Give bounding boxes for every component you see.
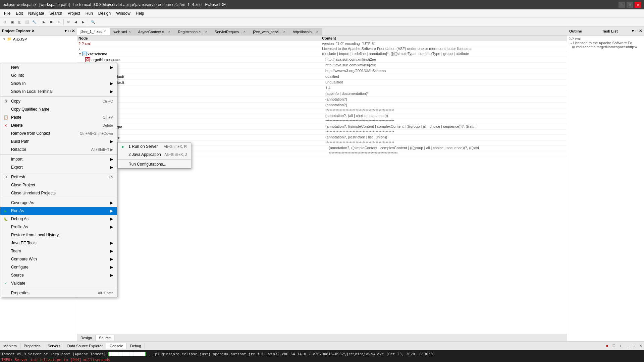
xsd-row-comment2[interactable]: ↓- *************************************… (77, 108, 567, 113)
cm-team[interactable]: Team ▶ (0, 247, 117, 255)
tab-j2ee-xsd[interactable]: j2ee_1_4.xsd ✕ (77, 28, 110, 35)
tab-asynccontext[interactable]: AsyncContext.c... ✕ (135, 28, 175, 35)
close-button[interactable]: ✕ (635, 2, 641, 8)
menu-navigate[interactable]: Navigate (25, 10, 47, 16)
cm-delete[interactable]: ✕ Delete Delete (0, 121, 117, 129)
cm-validate[interactable]: ✓ Validate (0, 279, 117, 287)
xsd-row-group[interactable]: ▶ E xsd:group (annotation?, (all | choic… (77, 113, 567, 119)
sm-java-app[interactable]: 2 Java Application Alt+Shift+X, J (118, 150, 191, 159)
xsd-row-annotation[interactable]: ▶ E xsd:annotation (appinfo | documentat… (77, 91, 567, 97)
bp-tab-servers[interactable]: Servers (44, 343, 64, 349)
xsd-row-comment3[interactable]: ↓- *************************************… (77, 119, 567, 124)
tb-btn-10[interactable]: ◀ (72, 19, 79, 25)
tab-asynccontext-close-icon[interactable]: ✕ (168, 30, 171, 34)
menu-window[interactable]: Window (113, 10, 133, 16)
xsd-expand-schema[interactable]: ▼ (78, 52, 82, 56)
bottom-tab-source[interactable]: Source (96, 335, 114, 341)
cm-coverage-as[interactable]: Coverage As ▶ (0, 199, 117, 207)
tb-btn-6[interactable]: ▶ (41, 19, 47, 25)
cm-profile-as[interactable]: Profile As ▶ (0, 223, 117, 231)
cm-properties[interactable]: Properties Alt+Enter (0, 289, 117, 297)
xsd-row-xml-pi[interactable]: ?-? xml version="1.0" encoding="UTF-8" (77, 41, 567, 46)
cm-refresh[interactable]: ↺ Refresh F5 (0, 173, 117, 181)
xsd-row-import[interactable]: ▶ E xsd:import (annotation?) (77, 97, 567, 103)
tab-registration-close-icon[interactable]: ✕ (205, 30, 208, 34)
xsd-row-simple-type[interactable]: ▼ E xsd:simpleType (annotation?, (restri… (77, 135, 567, 140)
bottom-tab-design[interactable]: Design (77, 335, 96, 341)
sm-run-on-server[interactable]: ▶ 1 Run on Server Alt+Shift+X, R (118, 142, 191, 150)
bp-clear-btn[interactable]: ☐ (610, 343, 617, 349)
bp-tab-markers[interactable]: Markers (0, 343, 20, 349)
cm-go-into[interactable]: Go Into (0, 71, 117, 79)
tb-btn-5[interactable]: 🔧 (31, 19, 38, 25)
xsd-row-include[interactable]: ▶ E xsd:include (annotation?) (77, 103, 567, 108)
cm-new[interactable]: New ▶ (0, 63, 117, 71)
bp-tab-debug[interactable]: Debug (127, 343, 145, 349)
xsd-row-xmlns-j2ee[interactable]: @ xmlns:j2ee http://java.sun.com/xml/ns/… (77, 63, 567, 68)
xsd-row-complex-type1[interactable]: ▶ E xsd:complexType (annotation?, ((simp… (77, 124, 567, 130)
cm-close-unrelated[interactable]: Close Unrelated Projects (0, 189, 117, 197)
tb-btn-8[interactable]: ⏸ (55, 19, 62, 25)
bp-tab-properties[interactable]: Properties (20, 343, 44, 349)
tb-btn-3[interactable]: ◫ (16, 19, 23, 25)
tab-registration[interactable]: Registration.c... ✕ (174, 28, 211, 35)
tb-btn-9[interactable]: ↺ (65, 19, 72, 25)
xsd-row-attr-form[interactable]: @ attributeFormDefault unqualified (77, 80, 567, 85)
pe-item-ajaxjsp[interactable]: ▼ 📁 AjaxJSP (0, 36, 77, 42)
maximize-button[interactable]: □ (627, 2, 633, 8)
bp-tab-console[interactable]: Console (106, 343, 127, 349)
bp-scroll-btn[interactable]: ↕ (617, 343, 624, 349)
menu-run[interactable]: Run (83, 10, 96, 16)
cm-build-path[interactable]: Build Path ▶ (0, 137, 117, 145)
cm-restore-history[interactable]: Restore from Local History... (0, 231, 117, 239)
cm-paste[interactable]: 📋 Paste Ctrl+V (0, 113, 117, 121)
cm-import[interactable]: Import ▶ (0, 155, 117, 163)
cm-run-as[interactable]: ▶ Run As ▶ (0, 207, 117, 215)
cm-copy-qualified-name[interactable]: Copy Qualified Name (0, 105, 117, 113)
xsd-row-version[interactable]: @ version 1.4 (77, 85, 567, 91)
tb-btn-7[interactable]: ⏹ (48, 19, 55, 25)
xsd-row-xmlns-xsd[interactable]: @ xmlns:xsd http://www.w3.org/2001/XMLSc… (77, 68, 567, 74)
cm-remove-context[interactable]: Remove from Context Ctrl+Alt+Shift+Down (0, 129, 117, 137)
xsd-table-body[interactable]: ?-? xml version="1.0" encoding="UTF-8" ↓… (77, 41, 567, 334)
tab-j2ee-web-servi[interactable]: j2ee_web_servi... ✕ (250, 28, 289, 35)
tab-localhost[interactable]: http://localh... ✕ (289, 28, 322, 35)
bp-maximize-btn[interactable]: □ (631, 343, 637, 349)
menu-search[interactable]: Search (47, 10, 65, 16)
xsd-row-elem-form[interactable]: @ elementFormDefault qualified (77, 74, 567, 80)
cm-debug-as[interactable]: 🐛 Debug As ▶ (0, 215, 117, 223)
cm-refactor[interactable]: Refactor Alt+Shift+T ▶ (0, 145, 117, 154)
xsd-row-schema[interactable]: ▼ E xsd:schema ((include | import | rede… (77, 51, 567, 57)
search-toolbar-btn[interactable]: 🔍 (90, 19, 96, 25)
tab-localhost-close-icon[interactable]: ✕ (316, 30, 319, 34)
cm-show-local-terminal[interactable]: Show In Local Terminal ▶ (0, 87, 117, 96)
bp-stop-btn[interactable]: ■ (604, 343, 610, 349)
menu-project[interactable]: Project (65, 10, 83, 16)
tab-servletreques-close-icon[interactable]: ✕ (243, 30, 246, 34)
cm-source[interactable]: Source ▶ (0, 271, 117, 279)
cm-compare-with[interactable]: Compare With ▶ (0, 255, 117, 263)
bp-close-btn[interactable]: ✕ (637, 343, 644, 349)
bp-minimize-btn[interactable]: — (624, 343, 631, 349)
cm-java-ee-tools[interactable]: Java EE Tools ▶ (0, 239, 117, 247)
menu-file[interactable]: File (1, 10, 13, 16)
menu-help[interactable]: Help (133, 10, 147, 16)
tab-web-xml-close-icon[interactable]: ✕ (128, 30, 131, 34)
tb-btn-11[interactable]: ▶ (80, 19, 87, 25)
xsd-row-comment4[interactable]: ↓- *************************************… (77, 130, 567, 135)
xsd-row-comment1[interactable]: ↓- Licensed to the Apache Software Found… (77, 46, 567, 51)
bp-tab-datasource[interactable]: Data Source Explorer (64, 343, 106, 349)
tb-btn-4[interactable]: ⬜ (23, 19, 30, 25)
tab-web-xml[interactable]: web.xml ✕ (110, 28, 135, 35)
xsd-row-target-ns[interactable]: @ targetNamespace http://java.sun.com/xm… (77, 57, 567, 63)
tab-j2ee-web-servi-close-icon[interactable]: ✕ (283, 30, 286, 34)
menu-edit[interactable]: Edit (13, 10, 25, 16)
tb-btn-2[interactable]: ▣ (9, 19, 15, 25)
cm-copy[interactable]: ⎘ Copy Ctrl+C (0, 97, 117, 105)
cm-export[interactable]: Export ▶ (0, 163, 117, 171)
tab-j2ee-close-icon[interactable]: ✕ (104, 30, 106, 33)
cm-show-in[interactable]: Show In ▶ (0, 79, 117, 87)
menu-design[interactable]: Design (96, 10, 113, 16)
minimize-button[interactable]: ─ (619, 2, 625, 8)
tb-btn-1[interactable]: ⊡ (1, 19, 8, 25)
